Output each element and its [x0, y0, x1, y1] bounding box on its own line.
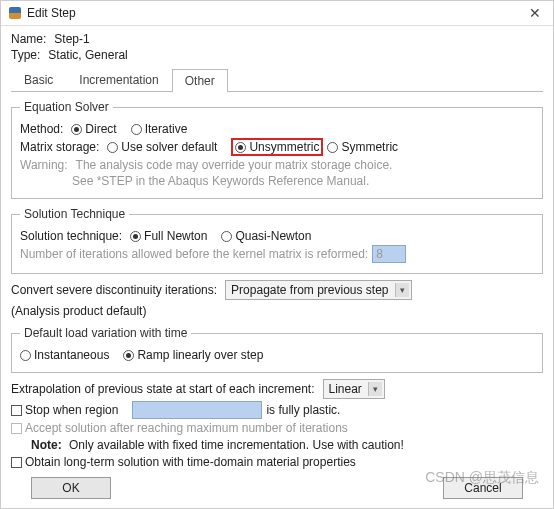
load-variation-group: Default load variation with time Instant…: [11, 326, 543, 373]
tabs: Basic Incrementation Other: [11, 68, 543, 92]
name-value: Step-1: [54, 32, 89, 46]
method-iterative-radio[interactable]: Iterative: [131, 122, 188, 136]
longterm-checkbox[interactable]: Obtain long-term solution with time-doma…: [11, 455, 356, 469]
discontinuity-select[interactable]: Propagate from previous step ▾: [225, 280, 411, 300]
technique-label: Solution technique:: [20, 229, 122, 243]
note-label: Note:: [31, 438, 62, 452]
storage-default-radio[interactable]: Use solver default: [107, 140, 217, 154]
app-icon: [9, 7, 21, 19]
tab-incrementation[interactable]: Incrementation: [66, 68, 171, 91]
solution-technique-legend: Solution Technique: [20, 207, 129, 221]
method-direct-radio[interactable]: Direct: [71, 122, 116, 136]
iter-input[interactable]: 8: [372, 245, 406, 263]
extrap-select[interactable]: Linear ▾: [323, 379, 385, 399]
storage-unsym-radio[interactable]: Unsymmetric: [235, 140, 319, 154]
name-label: Name:: [11, 32, 46, 46]
warning-label: Warning:: [20, 158, 68, 172]
warning-text-1: The analysis code may override your matr…: [76, 158, 393, 172]
accept-checkbox: Accept solution after reaching maximum n…: [11, 421, 348, 435]
note-text: Only available with fixed time increment…: [69, 438, 404, 452]
technique-full-radio[interactable]: Full Newton: [130, 229, 207, 243]
storage-sym-radio[interactable]: Symmetric: [327, 140, 398, 154]
equation-solver-legend: Equation Solver: [20, 100, 113, 114]
chevron-down-icon: ▾: [368, 382, 382, 396]
extrap-label: Extrapolation of previous state at start…: [11, 382, 315, 396]
plastic-checkbox[interactable]: Stop when region: [11, 403, 118, 417]
load-variation-legend: Default load variation with time: [20, 326, 191, 340]
technique-quasi-radio[interactable]: Quasi-Newton: [221, 229, 311, 243]
discontinuity-suffix: (Analysis product default): [11, 304, 146, 318]
discontinuity-label: Convert severe discontinuity iterations:: [11, 283, 217, 297]
tab-other[interactable]: Other: [172, 69, 228, 92]
storage-unsym-highlight: Unsymmetric: [231, 138, 323, 156]
ok-button[interactable]: OK: [31, 477, 111, 499]
close-icon[interactable]: ✕: [525, 5, 545, 21]
window-title: Edit Step: [27, 6, 76, 20]
method-label: Method:: [20, 122, 63, 136]
loadvar-instant-radio[interactable]: Instantaneous: [20, 348, 109, 362]
warning-text-2: See *STEP in the Abaqus Keywords Referen…: [72, 174, 369, 188]
cancel-button[interactable]: Cancel: [443, 477, 523, 499]
iter-label: Number of iterations allowed before the …: [20, 247, 368, 261]
plastic-suffix: is fully plastic.: [266, 403, 340, 417]
storage-label: Matrix storage:: [20, 140, 99, 154]
tab-basic[interactable]: Basic: [11, 68, 66, 91]
chevron-down-icon: ▾: [395, 283, 409, 297]
plastic-region-input[interactable]: [132, 401, 262, 419]
loadvar-ramp-radio[interactable]: Ramp linearly over step: [123, 348, 263, 362]
solution-technique-group: Solution Technique Solution technique: F…: [11, 207, 543, 274]
equation-solver-group: Equation Solver Method: Direct Iterative…: [11, 100, 543, 199]
type-label: Type:: [11, 48, 40, 62]
type-value: Static, General: [48, 48, 127, 62]
